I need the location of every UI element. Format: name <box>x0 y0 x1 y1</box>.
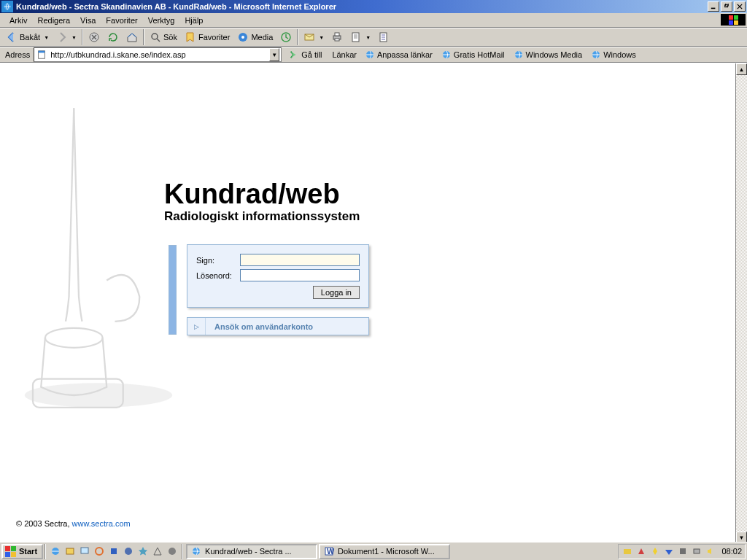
mail-button[interactable]: ▼ <box>301 29 327 45</box>
search-button[interactable]: Sök <box>147 29 180 45</box>
apply-account-label: Ansök om användarkonto <box>206 322 368 331</box>
svg-rect-13 <box>352 33 359 42</box>
browser-viewport: Kundrad/web Radiologiskt informationssys… <box>0 63 747 543</box>
home-button[interactable] <box>123 29 141 45</box>
tray-icon[interactable] <box>635 545 647 557</box>
link-windows[interactable]: Windows <box>587 50 640 60</box>
taskbar-app-word[interactable]: W Dokument1 - Microsoft W... <box>319 544 450 559</box>
scroll-up-button[interactable]: ▲ <box>736 63 747 75</box>
link-hotmail[interactable]: Gratis HotMail <box>438 50 508 60</box>
vertical-scrollbar[interactable]: ▲ ▼ <box>735 63 747 543</box>
tray-icon[interactable] <box>663 545 675 557</box>
menu-help[interactable]: Hjälp <box>179 15 208 26</box>
password-input[interactable] <box>240 269 360 281</box>
copyright: © 2003 Sectra, www.sectra.com <box>16 518 131 529</box>
tray-icon[interactable] <box>649 545 661 557</box>
svg-point-5 <box>152 34 158 39</box>
start-button[interactable]: Start <box>1 544 43 559</box>
forward-button[interactable]: ▼ <box>53 29 80 45</box>
menu-tools[interactable]: Verktyg <box>143 15 180 26</box>
link-windows-media[interactable]: Windows Media <box>510 50 587 60</box>
app-quick-icon[interactable] <box>122 545 135 558</box>
taskbar-app-ie[interactable]: Kundrad/web - Sectra ... <box>186 544 317 559</box>
address-combobox[interactable]: ▼ <box>34 47 282 62</box>
app-quick-icon[interactable] <box>166 545 179 558</box>
window-restore-button[interactable] <box>721 1 732 12</box>
chevron-down-icon: ▼ <box>319 35 324 40</box>
discuss-button[interactable] <box>375 29 392 45</box>
system-tray: 08:02 <box>618 544 746 559</box>
page-subtitle: Radiologiskt informationssystem <box>164 209 360 224</box>
print-button[interactable] <box>328 29 346 45</box>
app-quick-icon[interactable] <box>93 545 106 558</box>
app-quick-icon[interactable] <box>107 545 120 558</box>
separator <box>143 29 144 45</box>
side-accent-bar <box>169 245 177 335</box>
svg-rect-28 <box>111 548 117 554</box>
word-icon: W <box>323 545 335 557</box>
svg-text:W: W <box>327 547 334 556</box>
address-input[interactable] <box>47 50 269 59</box>
scroll-track[interactable] <box>736 75 747 532</box>
separator <box>297 29 298 45</box>
menubar: Arkiv Redigera Visa Favoriter Verktyg Hj… <box>0 13 747 28</box>
window-title: Kundrad/web - Sectra Skandinavien AB - K… <box>16 2 708 11</box>
window-titlebar: Kundrad/web - Sectra Skandinavien AB - K… <box>0 0 747 13</box>
stop-button[interactable] <box>85 29 103 45</box>
window-minimize-button[interactable] <box>708 1 719 12</box>
separator <box>182 544 183 559</box>
page-title: Kundrad/web <box>164 179 340 210</box>
address-bar: Adress ▼ Gå till Länkar Anpassa länkar G… <box>0 47 747 63</box>
svg-rect-16 <box>39 51 45 53</box>
app-quick-icon[interactable] <box>151 545 164 558</box>
desktop-quick-icon[interactable] <box>78 545 91 558</box>
tray-volume-icon[interactable] <box>705 545 716 557</box>
menu-edit[interactable]: Redigera <box>32 15 75 26</box>
svg-rect-36 <box>694 549 700 553</box>
svg-rect-26 <box>81 548 88 553</box>
ie-quick-icon[interactable] <box>49 545 62 558</box>
link-customize[interactable]: Anpassa länkar <box>361 50 436 60</box>
taskbar-clock[interactable]: 08:02 <box>719 547 742 556</box>
back-button[interactable]: Bakåt ▼ <box>3 29 52 45</box>
login-panel: Sign: Lösenord: Logga in <box>187 244 369 308</box>
menu-view[interactable]: Visa <box>75 15 101 26</box>
toolbar: Bakåt ▼ ▼ Sök Favoriter Media ▼ ▼ <box>0 28 747 47</box>
tray-icon[interactable] <box>622 545 633 557</box>
menu-favorites[interactable]: Favoriter <box>101 15 142 26</box>
login-button[interactable]: Logga in <box>313 286 360 299</box>
window-close-button[interactable] <box>734 1 746 12</box>
svg-rect-12 <box>335 39 339 41</box>
favorites-label: Favoriter <box>198 33 230 42</box>
links-bar: Länkar Anpassa länkar Gratis HotMail Win… <box>329 50 639 60</box>
app-quick-icon[interactable] <box>136 545 150 558</box>
address-label: Adress <box>1 50 34 59</box>
edit-button[interactable]: ▼ <box>347 29 374 45</box>
go-button[interactable]: Gå till <box>285 50 326 60</box>
separator <box>82 29 83 45</box>
password-label: Lösenord: <box>196 271 240 280</box>
apply-account-link[interactable]: ▷ Ansök om användarkonto <box>187 317 369 335</box>
links-label: Länkar <box>329 50 360 59</box>
refresh-button[interactable] <box>104 29 122 45</box>
inkwell-illustration <box>7 100 190 428</box>
chevron-down-icon: ▼ <box>365 35 371 40</box>
menu-file[interactable]: Arkiv <box>4 15 32 26</box>
outlook-quick-icon[interactable] <box>63 545 77 558</box>
page-content: Kundrad/web Radiologiskt informationssys… <box>0 63 735 543</box>
svg-point-23 <box>25 383 173 408</box>
svg-rect-1 <box>711 8 716 9</box>
history-button[interactable] <box>277 29 295 45</box>
media-button[interactable]: Media <box>234 29 276 45</box>
windows-logo-icon <box>5 546 16 557</box>
favorites-button[interactable]: Favoriter <box>182 29 233 45</box>
chevron-down-icon: ▼ <box>71 35 77 40</box>
tray-icon[interactable] <box>691 545 703 557</box>
address-dropdown-button[interactable]: ▼ <box>269 48 279 61</box>
sign-input[interactable] <box>240 254 360 266</box>
ie-icon <box>1 1 13 12</box>
svg-point-29 <box>125 548 132 555</box>
svg-rect-35 <box>680 548 686 554</box>
tray-icon[interactable] <box>677 545 689 557</box>
sectra-link[interactable]: www.sectra.com <box>72 519 131 528</box>
